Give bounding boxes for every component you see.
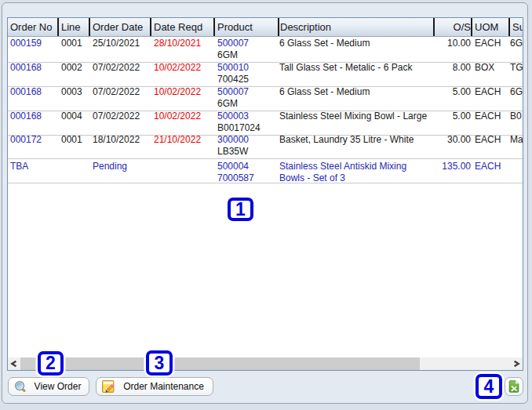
column-header-product[interactable]: Product [215, 18, 279, 36]
column-header-o-s[interactable]: O/S [435, 18, 472, 36]
cell-line: 0001 [59, 136, 90, 158]
cell-date-reqd [151, 159, 215, 183]
grid-rows: 000159000125/10/202128/10/20215000076GM6… [8, 37, 523, 183]
cell-os: 8.00 [435, 63, 472, 86]
order-maintenance-button[interactable]: Order Maintenance [96, 377, 213, 396]
cell-line: 0001 [59, 37, 90, 62]
order-row[interactable]: 000168000307/02/202210/02/20225000076GM6… [8, 87, 523, 111]
cell-order-date: 07/02/2022 [90, 63, 151, 86]
excel-icon [508, 380, 520, 393]
scroll-left-button[interactable] [8, 357, 20, 370]
cell-order-no: 000168 [8, 63, 59, 86]
cell-product: 500010700425 [215, 63, 279, 86]
view-order-label: View Order [27, 381, 89, 392]
cell-order-no: TBA [8, 159, 59, 183]
order-maintenance-label: Order Maintenance [115, 381, 213, 392]
cell-description: Stainless Steel Mixing Bowl - Large [279, 111, 435, 135]
cell-uom: EACH [472, 136, 510, 158]
cell-product: 5000076GM [215, 37, 279, 62]
cell-product: 5000047000587 [215, 159, 279, 183]
annotation-badge-1: 1 [228, 198, 253, 221]
annotation-badge-4: 4 [476, 374, 502, 399]
cell-order-no: 000168 [8, 111, 59, 135]
chevron-left-icon [8, 357, 20, 370]
scroll-right-button[interactable] [510, 357, 523, 370]
cell-product: 5000076GM [215, 87, 279, 111]
cell-description: Stainless Steel Antiskid MixingBowls - S… [279, 159, 435, 183]
cell-product: 300000LB35W [215, 136, 279, 158]
orders-grid[interactable]: Order NoLineOrder DateDate ReqdProductDe… [7, 17, 523, 371]
column-header-uom[interactable]: UOM [472, 18, 510, 36]
cell-description: Tall Glass Set - Metalic - 6 Pack [279, 63, 435, 86]
view-order-button[interactable]: View Order [8, 377, 89, 396]
cell-order-date: 18/10/2022 [90, 136, 151, 158]
cell-uom: EACH [472, 111, 510, 135]
column-header-date-reqd[interactable]: Date Reqd [151, 18, 215, 36]
cell-order-no: 000172 [8, 136, 59, 158]
cell-os: 135.00 [435, 159, 472, 183]
cell-order-date: Pending [90, 159, 151, 183]
cell-order-date: 07/02/2022 [90, 111, 151, 135]
scrollbar-thumb[interactable] [20, 357, 420, 370]
cell-product: 500003B0017024 [215, 111, 279, 135]
order-row[interactable]: 000159000125/10/202128/10/20215000076GM6… [8, 37, 523, 63]
magnifier-icon [14, 380, 27, 393]
column-header-order-no[interactable]: Order No [8, 18, 59, 36]
order-row[interactable]: 000172000118/10/202221/10/2022300000LB35… [8, 136, 523, 159]
column-header-order-date[interactable]: Order Date [90, 18, 151, 36]
cell-line [59, 159, 90, 183]
cell-date-reqd: 10/02/2022 [151, 111, 215, 135]
cell-order-no: 000159 [8, 37, 59, 62]
cell-partial: TG [510, 63, 523, 86]
cell-order-date: 07/02/2022 [90, 87, 151, 111]
cell-uom: BOX [472, 63, 510, 86]
cell-partial: 6G [510, 37, 523, 62]
cell-date-reqd: 10/02/2022 [151, 63, 215, 86]
cell-line: 0003 [59, 87, 90, 111]
edit-note-icon [102, 380, 115, 393]
export-excel-button[interactable] [505, 377, 523, 396]
cell-os: 5.00 [435, 111, 472, 135]
cell-date-reqd: 28/10/2021 [151, 37, 215, 62]
column-header-su[interactable]: Su [510, 18, 523, 36]
cell-date-reqd: 21/10/2022 [151, 136, 215, 158]
annotation-badge-2: 2 [38, 351, 64, 376]
cell-partial: Ma [510, 136, 523, 158]
cell-os: 5.00 [435, 87, 472, 111]
cell-line: 0004 [59, 111, 90, 135]
order-row[interactable]: TBAPending5000047000587Stainless Steel A… [8, 159, 523, 183]
order-row[interactable]: 000168000207/02/202210/02/20225000107004… [8, 63, 523, 87]
column-header-line[interactable]: Line [59, 18, 90, 36]
column-header-description[interactable]: Description [279, 18, 435, 36]
cell-partial: B0 [510, 111, 523, 135]
cell-order-date: 25/10/2021 [90, 37, 151, 62]
cell-partial [510, 159, 523, 183]
cell-uom: EACH [472, 159, 510, 183]
chevron-right-icon [510, 357, 523, 370]
cell-os: 10.00 [435, 37, 472, 62]
cell-description: 6 Glass Set - Medium [279, 87, 435, 111]
cell-description: Basket, Laundry 35 Litre - White [279, 136, 435, 158]
screen: Order NoLineOrder DateDate ReqdProductDe… [0, 0, 532, 410]
horizontal-scrollbar[interactable] [8, 357, 523, 370]
order-row[interactable]: 000168000407/02/202210/02/2022500003B001… [8, 111, 523, 136]
grid-header-row: Order NoLineOrder DateDate ReqdProductDe… [8, 18, 523, 37]
cell-os: 30.00 [435, 136, 472, 158]
annotation-badge-3: 3 [146, 350, 173, 376]
cell-order-no: 000168 [8, 87, 59, 111]
cell-uom: EACH [472, 37, 510, 62]
cell-line: 0002 [59, 63, 90, 86]
cell-description: 6 Glass Set - Medium [279, 37, 435, 62]
cell-date-reqd: 10/02/2022 [151, 87, 215, 111]
cell-uom: EACH [472, 87, 510, 111]
cell-partial: 6G [510, 87, 523, 111]
